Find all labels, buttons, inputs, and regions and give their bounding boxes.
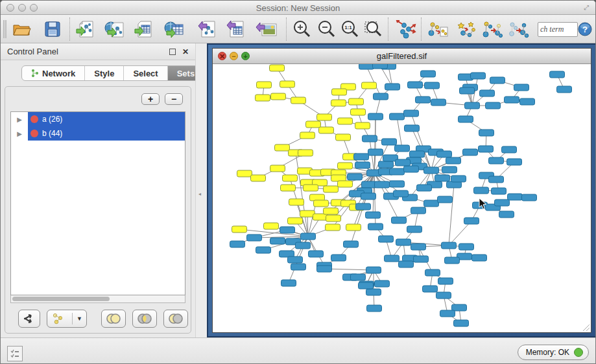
- graph-node[interactable]: [508, 194, 523, 200]
- graph-node[interactable]: [425, 82, 440, 89]
- graph-node[interactable]: [283, 175, 298, 181]
- graph-node[interactable]: [382, 139, 397, 145]
- graph-node[interactable]: [480, 90, 495, 97]
- graph-node[interactable]: [281, 185, 296, 191]
- graph-node[interactable]: [338, 181, 353, 187]
- split-sets-button[interactable]: [18, 310, 40, 328]
- graph-node[interactable]: [288, 256, 303, 263]
- graph-node[interactable]: [374, 93, 388, 100]
- graph-node[interactable]: [314, 200, 329, 207]
- graph-node[interactable]: [247, 234, 262, 241]
- graph-node[interactable]: [270, 238, 285, 244]
- graph-node[interactable]: [451, 176, 466, 182]
- float-panel-icon[interactable]: [169, 49, 176, 55]
- graph-node[interactable]: [354, 154, 369, 160]
- graph-node[interactable]: [379, 236, 394, 242]
- graph-node[interactable]: [346, 224, 361, 231]
- graph-node[interactable]: [296, 242, 311, 249]
- graph-node[interactable]: [230, 241, 245, 247]
- graph-node[interactable]: [385, 255, 399, 262]
- help-button[interactable]: ?: [575, 18, 595, 40]
- graph-node[interactable]: [405, 125, 420, 131]
- graph-node[interactable]: [326, 224, 340, 231]
- graph-node[interactable]: [421, 71, 436, 77]
- remove-set-button[interactable]: −: [165, 93, 183, 105]
- graph-node[interactable]: [368, 113, 383, 120]
- graph-node[interactable]: [288, 218, 303, 224]
- graph-node[interactable]: [437, 151, 452, 157]
- create-group-combo-button[interactable]: ▼: [47, 310, 87, 328]
- graph-node[interactable]: [472, 255, 487, 261]
- import-network-file-button[interactable]: [75, 18, 98, 40]
- graph-node[interactable]: [505, 97, 519, 103]
- graph-node[interactable]: [385, 84, 400, 90]
- graph-node[interactable]: [463, 149, 478, 155]
- splitter-collapse-icon[interactable]: ◂: [198, 191, 201, 197]
- graph-node[interactable]: [289, 199, 304, 205]
- graph-node[interactable]: [390, 113, 405, 120]
- graph-node[interactable]: [291, 97, 306, 104]
- graph-node[interactable]: [423, 286, 438, 292]
- graph-node[interactable]: [492, 188, 507, 194]
- graph-node[interactable]: [438, 278, 453, 284]
- graph-node[interactable]: [344, 241, 359, 247]
- graph-node[interactable]: [324, 208, 339, 214]
- graph-node[interactable]: [368, 149, 383, 155]
- graph-node[interactable]: [425, 269, 440, 276]
- import-table-url-button[interactable]: [163, 18, 186, 40]
- graph-node[interactable]: [404, 110, 419, 117]
- graph-node[interactable]: [411, 207, 426, 214]
- chevron-down-icon[interactable]: ▼: [77, 315, 82, 322]
- graph-node[interactable]: [416, 97, 431, 103]
- fullscreen-icon[interactable]: ⤢: [584, 4, 591, 12]
- graph-node[interactable]: [375, 181, 390, 188]
- graph-node[interactable]: [275, 144, 290, 151]
- graph-node[interactable]: [394, 190, 409, 197]
- graph-node[interactable]: [298, 150, 313, 156]
- graph-node[interactable]: [431, 99, 446, 106]
- open-session-button[interactable]: [10, 18, 33, 40]
- graph-node[interactable]: [368, 223, 383, 230]
- graph-node[interactable]: [404, 166, 419, 172]
- graph-node[interactable]: [359, 64, 374, 69]
- graph-node[interactable]: [411, 244, 426, 250]
- graph-node[interactable]: [348, 174, 363, 180]
- tab-network[interactable]: Network: [22, 66, 85, 80]
- graph-node[interactable]: [479, 146, 494, 152]
- graph-node[interactable]: [237, 170, 252, 177]
- create-set-from-selection-button[interactable]: [426, 18, 449, 40]
- graph-node[interactable]: [363, 135, 377, 142]
- graph-node[interactable]: [271, 93, 286, 100]
- graph-node[interactable]: [436, 292, 451, 299]
- graph-node[interactable]: [442, 166, 457, 173]
- zoom-actual-size-button[interactable]: 1:1: [338, 18, 361, 40]
- graph-node[interactable]: [264, 223, 279, 229]
- graph-node[interactable]: [324, 186, 339, 192]
- graph-node[interactable]: [367, 305, 382, 312]
- graph-node[interactable]: [379, 161, 394, 168]
- graph-node[interactable]: [366, 289, 381, 295]
- select-nodes-button[interactable]: [455, 18, 478, 40]
- graph-node[interactable]: [471, 73, 486, 79]
- graph-node[interactable]: [417, 185, 432, 191]
- graph-node[interactable]: [396, 159, 411, 166]
- graph-node[interactable]: [331, 100, 346, 106]
- zoom-fit-selected-button[interactable]: [361, 18, 385, 40]
- graph-node[interactable]: [495, 199, 510, 206]
- zoom-in-button[interactable]: [290, 18, 313, 40]
- set-row-b[interactable]: ▶ b (44): [11, 126, 185, 141]
- graph-node[interactable]: [438, 196, 453, 203]
- graph-node[interactable]: [408, 82, 423, 88]
- graph-node[interactable]: [306, 121, 321, 128]
- graph-node[interactable]: [359, 282, 374, 289]
- graph-node[interactable]: [291, 264, 306, 270]
- expand-triangle-icon[interactable]: ▶: [11, 130, 28, 137]
- graph-node[interactable]: [435, 175, 450, 181]
- graph-node[interactable]: [442, 242, 457, 249]
- graph-node[interactable]: [407, 226, 422, 233]
- graph-node[interactable]: [280, 227, 295, 233]
- resize-grip-icon[interactable]: [580, 322, 590, 331]
- graph-node[interactable]: [349, 98, 364, 105]
- graph-node[interactable]: [309, 251, 324, 257]
- import-table-file-button[interactable]: [133, 18, 156, 40]
